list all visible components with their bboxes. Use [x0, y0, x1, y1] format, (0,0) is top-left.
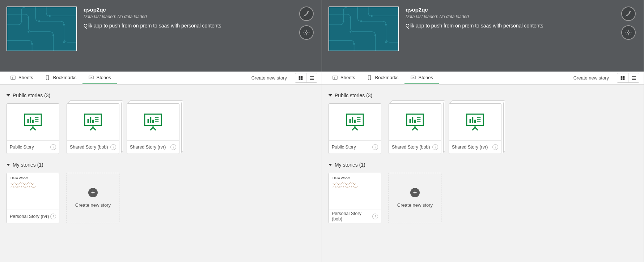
create-new-story-link[interactable]: Create new story [246, 72, 292, 84]
app-header: qsop2qc Data last loaded: No data loaded… [322, 0, 644, 72]
story-preview [449, 104, 501, 141]
story-preview [389, 104, 441, 141]
grid-view-button[interactable] [295, 73, 306, 83]
info-icon[interactable]: i [492, 144, 498, 150]
story-card[interactable]: Shared Story (rvr) i [449, 103, 501, 154]
svg-rect-21 [85, 114, 101, 125]
svg-point-32 [374, 34, 376, 36]
public-stories-row: Public Story i Shared Story (bob) i [329, 103, 637, 154]
story-card[interactable]: Hello World! ∴⋰⋱∵⋰∴⋱∵⋰∴⋱∵⋰∴⋱∵⋰∴⋱∵⋰∴⋱∵⋰ P… [329, 173, 381, 223]
chevron-down-icon [329, 94, 332, 96]
story-card[interactable]: Hello World! ∴⋰⋱∵⋰∴⋱∵⋰∴⋱∵⋰∴⋱∵⋰∴⋱∵⋰∴⋱∵⋰ P… [7, 173, 59, 223]
story-card[interactable]: Shared Story (rvr) i [127, 103, 179, 154]
tab-bookmarks[interactable]: Bookmarks [361, 72, 404, 84]
settings-button[interactable] [299, 25, 314, 40]
create-card-label: Create new story [397, 202, 433, 209]
edit-button[interactable] [299, 7, 314, 21]
app-description: Qlik app to push from on prem to saas wi… [406, 23, 615, 29]
edit-button[interactable] [621, 7, 636, 21]
tab-stories[interactable]: Stories [404, 72, 439, 84]
svg-point-34 [360, 20, 362, 22]
svg-point-5 [38, 20, 40, 22]
story-card[interactable]: Shared Story (bob) i [67, 103, 119, 154]
public-stories-title: Public stories (3) [13, 93, 50, 98]
svg-point-33 [343, 20, 344, 22]
public-stories-title: Public stories (3) [335, 93, 372, 98]
svg-rect-13 [299, 76, 301, 78]
tab-sheets[interactable]: Sheets [4, 72, 39, 84]
svg-rect-18 [27, 119, 29, 123]
presentation-icon [82, 113, 103, 132]
slide-body: ∴⋰⋱∵⋰∴⋱∵⋰∴⋱∵⋰∴⋱∵⋰∴⋱∵⋰∴⋱∵⋰ [10, 182, 55, 189]
svg-point-37 [353, 43, 355, 45]
svg-rect-20 [32, 120, 34, 123]
svg-point-7 [63, 41, 65, 43]
info-icon[interactable]: i [50, 214, 56, 219]
view-toggle [617, 73, 639, 83]
info-icon[interactable]: i [50, 144, 56, 150]
create-new-story-card[interactable]: + Create new story [67, 173, 119, 223]
svg-rect-42 [621, 76, 623, 78]
pencil-icon [625, 10, 632, 17]
story-preview [329, 104, 381, 141]
tab-sheets[interactable]: Sheets [326, 72, 361, 84]
tab-stories-label: Stories [419, 75, 433, 80]
story-name: Shared Story (bob) [392, 145, 432, 150]
svg-point-2 [27, 31, 29, 33]
content-area: Public stories (3) Public Story i [322, 85, 644, 262]
create-new-story-link[interactable]: Create new story [568, 72, 614, 84]
story-name: Shared Story (bob) [70, 145, 110, 150]
info-icon[interactable]: i [110, 144, 116, 150]
data-loaded-label: Data last loaded: No data loaded [84, 14, 293, 19]
settings-button[interactable] [621, 25, 636, 40]
story-preview [67, 104, 119, 141]
presentation-icon [465, 113, 486, 132]
my-stories-header[interactable]: My stories (1) [7, 154, 315, 173]
svg-rect-17 [25, 114, 41, 125]
bookmark-icon [45, 75, 50, 81]
presentation-icon [344, 113, 365, 132]
svg-rect-56 [472, 117, 473, 123]
grid-icon [620, 75, 626, 81]
public-stories-header[interactable]: Public stories (3) [329, 85, 637, 103]
info-icon[interactable]: i [170, 144, 176, 150]
story-card[interactable]: Shared Story (bob) i [389, 103, 441, 154]
info-icon[interactable]: i [372, 144, 378, 150]
story-preview [7, 104, 59, 141]
app-header-text: qsop2qc Data last loaded: No data loaded… [406, 7, 615, 29]
my-stories-header[interactable]: My stories (1) [329, 154, 637, 173]
svg-rect-15 [299, 78, 301, 80]
svg-rect-27 [150, 117, 151, 123]
bookmark-icon [367, 75, 372, 81]
tab-bar: Sheets Bookmarks Stories Create new stor… [0, 72, 322, 85]
svg-rect-14 [301, 76, 303, 78]
svg-rect-57 [474, 120, 476, 123]
create-new-story-card[interactable]: + Create new story [389, 173, 441, 223]
list-view-button[interactable] [306, 73, 317, 83]
list-view-button[interactable] [628, 73, 639, 83]
my-stories-row: Hello World! ∴⋰⋱∵⋰∴⋱∵⋰∴⋱∵⋰∴⋱∵⋰∴⋱∵⋰∴⋱∵⋰ P… [329, 173, 637, 223]
svg-rect-52 [412, 117, 413, 123]
tab-bookmarks[interactable]: Bookmarks [39, 72, 82, 84]
story-card[interactable]: Public Story i [329, 103, 381, 154]
tab-bookmarks-label: Bookmarks [375, 75, 398, 80]
svg-point-38 [371, 15, 373, 17]
svg-rect-23 [90, 117, 91, 123]
info-icon[interactable]: i [372, 214, 378, 219]
story-preview: Hello World! ∴⋰⋱∵⋰∴⋱∵⋰∴⋱∵⋰∴⋱∵⋰∴⋱∵⋰∴⋱∵⋰ [7, 173, 59, 210]
content-area: Public stories (3) Public Story i [0, 85, 322, 262]
tab-bookmarks-label: Bookmarks [53, 75, 76, 80]
svg-rect-54 [467, 114, 483, 125]
story-name: Personal Story (bob) [332, 211, 372, 222]
my-stories-title: My stories (1) [335, 162, 365, 168]
svg-point-8 [31, 43, 33, 45]
story-card[interactable]: Public Story i [7, 103, 59, 154]
tab-stories[interactable]: Stories [82, 72, 117, 84]
sheets-icon [10, 75, 16, 81]
info-icon[interactable]: i [432, 144, 438, 150]
grid-view-button[interactable] [617, 73, 628, 83]
tab-sheets-label: Sheets [18, 75, 33, 80]
public-stories-header[interactable]: Public stories (3) [7, 85, 315, 103]
svg-point-30 [349, 17, 351, 19]
view-toggle [295, 73, 317, 83]
